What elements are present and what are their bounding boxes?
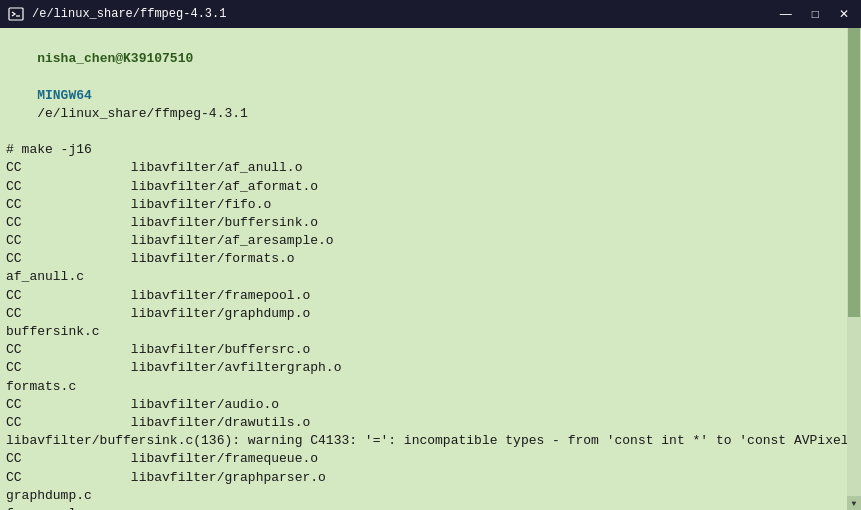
terminal-line-7: af_anull.c [6, 268, 855, 286]
terminal-body: nisha_chen@K39107510 MINGW64 /e/linux_sh… [0, 28, 861, 510]
terminal-line-3: CC libavfilter/fifo.o [6, 196, 855, 214]
terminal-icon [8, 6, 24, 22]
terminal-line-15: CC libavfilter/drawutils.o [6, 414, 855, 432]
terminal-line-19: graphdump.c [6, 487, 855, 505]
terminal-line-8: CC libavfilter/framepool.o [6, 287, 855, 305]
terminal-line-17: CC libavfilter/framequeue.o [6, 450, 855, 468]
prompt-user: nisha_chen@K39107510 [37, 51, 193, 66]
maximize-button[interactable]: □ [808, 6, 823, 22]
terminal-lines: # make -j16CC libavfilter/af_anull.oCC l… [6, 141, 855, 510]
title-bar-left: /e/linux_share/ffmpeg-4.3.1 [8, 6, 226, 22]
terminal-line-12: CC libavfilter/avfiltergraph.o [6, 359, 855, 377]
title-bar: /e/linux_share/ffmpeg-4.3.1 — □ ✕ [0, 0, 861, 28]
prompt-path: /e/linux_share/ffmpeg-4.3.1 [37, 106, 248, 121]
terminal-line-2: CC libavfilter/af_aformat.o [6, 178, 855, 196]
terminal-line-18: CC libavfilter/graphparser.o [6, 469, 855, 487]
prompt-line: nisha_chen@K39107510 MINGW64 /e/linux_sh… [6, 32, 855, 141]
title-bar-title: /e/linux_share/ffmpeg-4.3.1 [32, 7, 226, 21]
terminal-line-16: libavfilter/buffersink.c(136): warning C… [6, 432, 855, 450]
terminal-line-10: buffersink.c [6, 323, 855, 341]
terminal-line-4: CC libavfilter/buffersink.o [6, 214, 855, 232]
terminal-line-1: CC libavfilter/af_anull.o [6, 159, 855, 177]
terminal-line-13: formats.c [6, 378, 855, 396]
terminal-line-9: CC libavfilter/graphdump.o [6, 305, 855, 323]
terminal-line-6: CC libavfilter/formats.o [6, 250, 855, 268]
scrollbar-thumb[interactable] [848, 28, 860, 317]
terminal-line-11: CC libavfilter/buffersrc.o [6, 341, 855, 359]
prompt-space [37, 69, 45, 84]
terminal-line-14: CC libavfilter/audio.o [6, 396, 855, 414]
terminal-line-5: CC libavfilter/af_aresample.o [6, 232, 855, 250]
prompt-mingw: MINGW64 [37, 88, 92, 103]
scrollbar-arrow-down[interactable]: ▼ [847, 496, 861, 510]
close-button[interactable]: ✕ [835, 6, 853, 22]
terminal-line-20: framepool.c [6, 505, 855, 510]
title-bar-controls: — □ ✕ [776, 6, 853, 22]
scrollbar[interactable]: ▼ [847, 28, 861, 510]
minimize-button[interactable]: — [776, 6, 796, 22]
terminal-line-0: # make -j16 [6, 141, 855, 159]
